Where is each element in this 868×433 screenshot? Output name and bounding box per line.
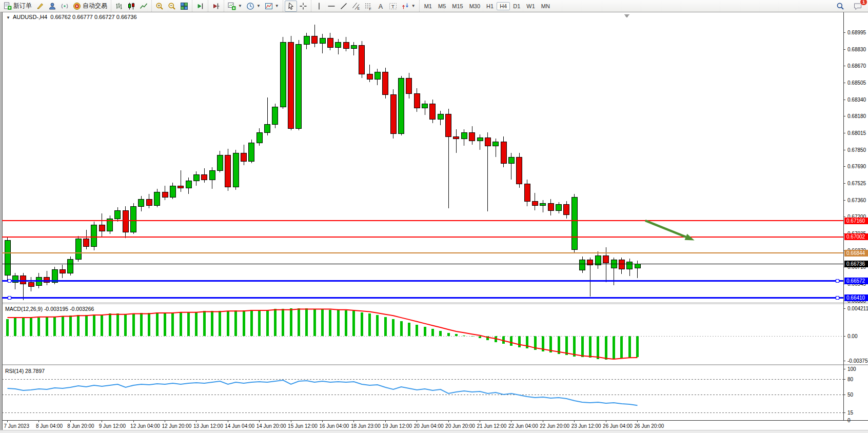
svg-text:0.67525: 0.67525 [847,181,866,186]
svg-text:20 Jun 20:00: 20 Jun 20:00 [445,423,475,429]
autoscroll-icon [212,2,220,10]
search-button[interactable] [834,1,846,12]
dropdown-caret-icon[interactable]: ▼ [411,4,416,8]
svg-text:T: T [391,3,394,9]
svg-text:80: 80 [847,377,854,382]
svg-text:0.68015: 0.68015 [847,130,866,136]
svg-text:7 Jun 2023: 7 Jun 2023 [4,423,30,429]
linechart-icon [140,2,148,10]
notifications-button[interactable]: 1 [852,1,864,12]
zoom-out-button[interactable] [166,1,178,12]
svg-text:0.68995: 0.68995 [847,30,866,35]
svg-text:0.68670: 0.68670 [847,63,866,69]
timeframe-h1-button[interactable]: H1 [483,2,497,10]
svg-text:16 Jun 04:00: 16 Jun 04:00 [320,423,349,429]
chart-window[interactable]: ▼AUDUSD-,H4 0.66762 0.66777 0.66727 0.66… [0,12,868,430]
scroll-group [208,0,224,12]
channel-icon: E [352,2,360,10]
horizontal-line-button[interactable] [325,1,338,12]
dropdown-caret-icon[interactable]: ▼ [238,4,242,8]
timeframe-m5-button[interactable]: M5 [435,2,449,10]
svg-text:100: 100 [847,366,856,372]
timeframe-m30-button[interactable]: M30 [466,2,483,10]
timeframe-m15-button[interactable]: M15 [449,2,466,10]
svg-text:23 Jun 12:00: 23 Jun 12:00 [571,423,601,429]
rsi-indicator-label: RSI(14) 28.7897 [5,368,45,374]
equidistant-channel-button[interactable]: E [350,1,362,12]
timeframe-mn-button[interactable]: MN [538,2,553,10]
auto-scroll-button[interactable] [210,1,222,12]
vline-icon [315,2,323,10]
crosshair-button[interactable] [297,1,309,12]
svg-text:E: E [357,6,360,10]
timeframe-h4-button[interactable]: H4 [497,2,510,10]
svg-text:0.66736: 0.66736 [846,261,865,267]
crosshair-icon [299,2,307,10]
svg-text:20 Jun 04:00: 20 Jun 04:00 [414,423,444,429]
svg-text:0.68505: 0.68505 [847,80,866,86]
periods-button[interactable]: ▼ [244,1,263,12]
line-chart-button[interactable] [137,1,150,12]
person-icon [48,2,56,10]
drawing-group: EFAT▼ [311,0,419,12]
tile-windows-button[interactable] [178,1,190,12]
cursor-button[interactable] [285,1,297,12]
zoom-in-icon [155,2,164,10]
autotrade-icon [73,2,81,10]
svg-text:13 Jun 12:00: 13 Jun 12:00 [193,423,223,429]
fibo-icon: F [364,2,372,10]
market-button[interactable] [46,1,58,12]
timeframe-w1-button[interactable]: W1 [523,2,538,10]
svg-text:19 Jun 12:00: 19 Jun 12:00 [382,423,412,429]
shift-icon [196,2,204,10]
chevron-down-icon[interactable]: ▼ [6,15,10,20]
zoom-in-button[interactable] [153,1,166,12]
chart-type-group [111,0,151,12]
window-bottom-edge [0,430,868,433]
timeframe-group: M1M5M15M30H1H4D1W1MN [419,0,555,12]
text-label-button[interactable]: T [387,1,399,12]
chart-ohlc-values: 0.66762 0.66777 0.66727 0.66736 [50,14,136,20]
new-order-icon [4,2,12,10]
dropdown-caret-icon[interactable]: ▼ [275,4,279,8]
timeframe-d1-button[interactable]: D1 [510,2,523,10]
svg-text:-0.003755: -0.003755 [847,358,868,364]
arrows-button[interactable]: ▼ [399,1,418,12]
shift-group [192,0,208,12]
svg-text:0.67850: 0.67850 [847,147,866,153]
svg-text:9 Jun 12:00: 9 Jun 12:00 [99,423,126,429]
bar-chart-button[interactable] [113,1,125,12]
new-chart-button[interactable]: ▼ [226,1,244,12]
styler-button[interactable] [34,1,46,12]
autotrading-button[interactable]: 自动交易 [71,1,109,12]
svg-text:18 Jun 23:00: 18 Jun 23:00 [351,423,381,429]
svg-text:26 Jun 20:00: 26 Jun 20:00 [635,423,664,429]
vertical-line-button[interactable] [313,1,325,12]
fibonacci-button[interactable]: F [362,1,374,12]
arrows-icon [401,2,409,10]
chart-symbol-period: AUDUSD-,H4 [13,14,47,20]
svg-text:F: F [369,7,371,10]
svg-text:0.67690: 0.67690 [847,164,866,169]
chart-canvas[interactable]: 0.689950.688300.686700.685050.683400.681… [2,12,868,432]
dropdown-caret-icon[interactable]: ▼ [257,4,261,8]
trade-group: 新订单自动交易 [0,0,111,12]
chart-shift-button[interactable] [194,1,206,12]
new-chart-icon [228,2,236,10]
candle-chart-button[interactable] [125,1,137,12]
svg-text:15: 15 [847,410,854,416]
svg-text:A: A [379,3,383,10]
svg-text:0.68830: 0.68830 [847,47,866,52]
signals-button[interactable] [58,1,71,12]
text-button[interactable]: A [374,1,387,12]
candles-icon [127,2,135,10]
templates-button[interactable]: ▼ [263,1,281,12]
new-order-button[interactable]: 新订单 [2,1,34,12]
svg-text:14 Jun 04:00: 14 Jun 04:00 [225,423,254,429]
svg-text:0.00: 0.00 [847,333,858,339]
trendline-button[interactable] [338,1,350,12]
timeframe-m1-button[interactable]: M1 [421,2,435,10]
main-toolbar: 新订单自动交易▼▼▼EFAT▼M1M5M15M30H1H4D1W1MN1 [0,0,868,12]
toolbar-right: 1 [834,0,864,12]
svg-text:21 Jun 12:00: 21 Jun 12:00 [477,423,507,429]
